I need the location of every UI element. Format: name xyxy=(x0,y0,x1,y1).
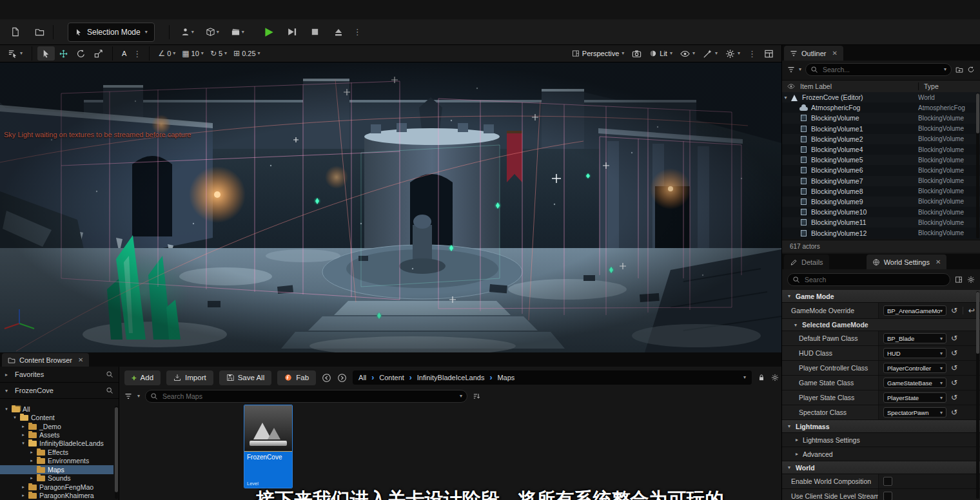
outliner-scrollbar[interactable] xyxy=(976,93,979,238)
chevron-down-icon[interactable]: ▾ xyxy=(137,394,140,399)
tab-outliner[interactable]: Outliner ✕ xyxy=(784,46,843,61)
reset-to-default-icon[interactable]: ↺ xyxy=(951,349,957,357)
expander-icon[interactable]: ▸ xyxy=(21,424,26,429)
folder-tree-item[interactable]: ▸Environments xyxy=(0,457,113,465)
tab-details[interactable]: Details xyxy=(784,255,829,269)
expander-icon[interactable]: ▾ xyxy=(792,322,799,328)
project-section[interactable]: ▾ FrozenCove xyxy=(0,383,119,399)
close-icon[interactable]: ✕ xyxy=(936,258,941,265)
property-dropdown[interactable]: GameStateBase▾ xyxy=(883,378,946,388)
chevron-down-icon[interactable]: ▾ xyxy=(743,375,746,380)
chevron-down-icon[interactable]: ▾ xyxy=(944,67,946,72)
expander-icon[interactable]: ▸ xyxy=(29,458,34,463)
visibility-column-eye-icon[interactable] xyxy=(787,82,795,90)
breadcrumb-item[interactable]: Content xyxy=(379,374,404,381)
save-all-button[interactable]: Save All xyxy=(219,370,272,385)
breadcrumb-item[interactable]: InfinityBladeIceLands xyxy=(417,374,485,381)
add-button[interactable]: + Add xyxy=(124,370,161,385)
expander-icon[interactable]: ▾ xyxy=(5,388,12,394)
outliner-row[interactable]: BlockingVolume12BlockingVolume xyxy=(782,227,980,238)
play-button[interactable] xyxy=(260,24,277,41)
blueprints-dropdown[interactable]: ▾ xyxy=(206,27,219,37)
expander-icon[interactable]: ▸ xyxy=(21,432,26,438)
breadcrumb-item[interactable]: Maps xyxy=(497,374,514,381)
expander-icon[interactable]: ▾ xyxy=(4,407,9,412)
chevron-down-icon[interactable]: ▾ xyxy=(799,67,801,72)
import-button[interactable]: Import xyxy=(166,370,213,385)
close-icon[interactable]: ✕ xyxy=(832,50,838,57)
folder-tree-item[interactable]: ▸Effects xyxy=(0,448,113,456)
chevron-down-icon[interactable]: ▾ xyxy=(201,51,204,56)
property-dropdown[interactable]: BP_Blade▾ xyxy=(883,333,946,343)
filter-icon[interactable] xyxy=(787,66,795,73)
search-icon[interactable] xyxy=(106,387,113,394)
settings-search[interactable] xyxy=(787,273,950,286)
outliner-row[interactable]: BlockingVolume9BlockingVolume xyxy=(782,197,980,207)
expander-icon[interactable]: ▸ xyxy=(29,450,34,455)
details-scrollbar[interactable] xyxy=(976,291,979,499)
maximize-viewport-button[interactable] xyxy=(760,46,778,61)
outliner-search-input[interactable] xyxy=(821,65,941,74)
move-tool-button[interactable] xyxy=(55,46,72,61)
settings-search-input[interactable] xyxy=(803,275,945,284)
save-level-button[interactable] xyxy=(6,24,23,41)
display-options-icon[interactable] xyxy=(955,276,963,284)
property-dropdown[interactable]: PlayerController▾ xyxy=(883,363,946,373)
editor-mode-dropdown[interactable]: Selection Mode ▾ xyxy=(68,23,155,42)
content-settings-gear-icon[interactable] xyxy=(771,374,779,381)
reset-to-default-icon[interactable]: ↺ xyxy=(951,307,957,314)
outliner-row[interactable]: AtmosphericFogAtmosphericFog xyxy=(782,102,980,113)
outliner-search[interactable]: ▾ xyxy=(805,63,952,76)
chevron-down-icon[interactable]: ▾ xyxy=(258,51,260,56)
level-viewport[interactable]: Sky Light waiting on textures to be stre… xyxy=(0,63,781,352)
settings-category[interactable]: ▾World xyxy=(782,461,980,474)
tree-scrollbar[interactable] xyxy=(115,406,118,499)
viewport-more-icon[interactable]: ⋮ xyxy=(748,50,756,58)
outliner-row[interactable]: BlockingVolume5BlockingVolume xyxy=(782,155,980,165)
outliner-row[interactable]: BlockingVolume7BlockingVolume xyxy=(782,176,980,186)
optimization-dropdown[interactable]: ▾ xyxy=(699,46,721,61)
snap-control[interactable]: ↻5▾ xyxy=(207,46,230,61)
sort-view-icon[interactable] xyxy=(473,392,480,400)
chevron-down-icon[interactable]: ▾ xyxy=(173,51,175,56)
folder-tree-item[interactable]: ▾Content xyxy=(0,413,113,421)
camera-settings-button[interactable] xyxy=(628,46,645,61)
folder-tree-item[interactable]: ▸Assets xyxy=(0,430,113,439)
chevron-down-icon[interactable]: ▾ xyxy=(224,51,227,56)
chevron-down-icon[interactable]: ▾ xyxy=(460,394,462,399)
outliner-row[interactable]: BlockingVolume4BlockingVolume xyxy=(782,144,980,155)
column-type[interactable]: Type xyxy=(918,82,980,90)
viewport-options-dropdown[interactable]: ▾ xyxy=(4,46,26,61)
reset-to-default-icon[interactable]: ↺ xyxy=(951,334,957,342)
snap-control[interactable]: ∠0▾ xyxy=(155,46,179,61)
outliner-settings-icon[interactable] xyxy=(967,66,975,73)
expander-icon[interactable]: ▾ xyxy=(21,441,26,446)
folder-tree-item[interactable]: Maps xyxy=(0,465,113,474)
eject-button[interactable] xyxy=(330,24,347,41)
perspective-dropdown[interactable]: Perspective ▾ xyxy=(568,46,629,61)
expander-icon[interactable]: ▾ xyxy=(782,95,789,101)
snap-control[interactable]: ⊞0.25▾ xyxy=(230,46,264,61)
outliner-row[interactable]: BlockingVolumeBlockingVolume xyxy=(782,113,980,123)
select-tool-button[interactable] xyxy=(37,46,55,61)
reset-to-default-icon[interactable]: ↺ xyxy=(951,364,957,372)
outliner-row[interactable]: BlockingVolume11BlockingVolume xyxy=(782,217,980,227)
outliner-row[interactable]: BlockingVolume10BlockingVolume xyxy=(782,207,980,217)
folder-tree-item[interactable]: ▾InfinityBladeIceLands xyxy=(0,439,113,448)
asset-search[interactable]: ▾ xyxy=(145,390,467,403)
folder-tree-item[interactable]: ▸_Demo xyxy=(0,422,113,430)
property-dropdown[interactable]: BP_ArenaGameMode▾ xyxy=(883,305,946,316)
create-folder-icon[interactable] xyxy=(956,66,963,73)
favorites-section[interactable]: ▸ Favorites xyxy=(0,367,119,383)
checkbox[interactable] xyxy=(883,477,892,486)
forward-icon[interactable] xyxy=(337,373,347,383)
play-options-more-icon[interactable]: ⋮ xyxy=(353,28,362,36)
reset-to-default-icon[interactable]: ↺ xyxy=(951,409,957,416)
expander-icon[interactable]: ▸ xyxy=(5,372,12,378)
settings-subcategory[interactable]: ▾Selected GameMode xyxy=(782,319,980,331)
outliner-row[interactable]: BlockingVolume6BlockingVolume xyxy=(782,165,980,175)
close-icon[interactable]: ✕ xyxy=(78,356,83,363)
expander-icon[interactable]: ▾ xyxy=(786,465,792,470)
outliner-row[interactable]: BlockingVolume8BlockingVolume xyxy=(782,186,980,197)
property-dropdown[interactable]: HUD▾ xyxy=(883,348,946,358)
